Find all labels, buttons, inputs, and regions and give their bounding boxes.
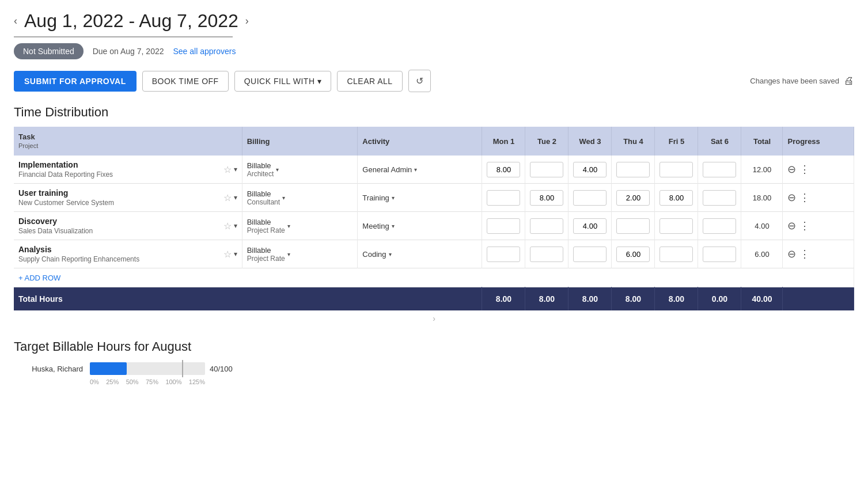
- row-more-button[interactable]: ⋮: [799, 191, 810, 204]
- task-name: User training: [18, 188, 114, 198]
- total-thu: 8.00: [612, 287, 655, 311]
- row-chevron-icon[interactable]: ▾: [234, 222, 237, 230]
- scroll-right-indicator[interactable]: ›: [14, 310, 854, 327]
- row-total: 6.00: [741, 240, 783, 268]
- refresh-button[interactable]: ↺: [408, 70, 431, 92]
- hour-input-fri[interactable]: [659, 247, 693, 262]
- col-fri: Fri 5: [655, 127, 698, 156]
- col-wed: Wed 3: [568, 127, 612, 156]
- remove-row-button[interactable]: ⊖: [787, 191, 796, 204]
- hour-input-wed[interactable]: [573, 247, 607, 262]
- chart-100-divider: [182, 360, 183, 377]
- hour-input-thu[interactable]: [616, 218, 650, 234]
- row-more-button[interactable]: ⋮: [799, 219, 810, 232]
- hour-input-mon[interactable]: [487, 247, 520, 262]
- billing-dropdown-arrow[interactable]: ▾: [282, 195, 285, 201]
- hour-input-thu[interactable]: [616, 162, 650, 177]
- col-progress: Progress: [783, 127, 854, 156]
- chart-axis: 0% 25% 50% 75% 100% 125%: [90, 378, 205, 385]
- saved-status-text: Changes have been saved: [750, 77, 839, 85]
- target-billable-title: Target Billable Hours for August: [14, 339, 854, 354]
- billing-dropdown-arrow[interactable]: ▾: [287, 251, 290, 257]
- submit-for-approval-button[interactable]: SUBMIT FOR APPROVAL: [14, 71, 137, 92]
- book-time-off-button[interactable]: BOOK TIME OFF: [142, 71, 229, 92]
- clear-all-button[interactable]: CLEAR ALL: [337, 71, 402, 92]
- target-billable-section: Target Billable Hours for August Huska, …: [14, 339, 854, 385]
- total-hours-row: Total Hours 8.00 8.00 8.00 8.00 8.00 0.0…: [14, 287, 854, 311]
- date-range-title: Aug 1, 2022 - Aug 7, 2022: [24, 10, 238, 32]
- hour-input-wed[interactable]: [573, 190, 607, 206]
- table-row: Implementation Financial Data Reporting …: [14, 156, 854, 184]
- star-icon[interactable]: ☆: [223, 221, 232, 232]
- total-all: 40.00: [741, 287, 783, 311]
- task-name: Implementation: [18, 160, 113, 169]
- chart-value-label: 40/100: [210, 365, 233, 373]
- billing-sub: Project Rate: [247, 226, 285, 234]
- hour-input-fri[interactable]: [659, 190, 693, 206]
- chart-bar-background: [90, 362, 205, 375]
- col-task: Task Project: [14, 127, 242, 156]
- star-icon[interactable]: ☆: [223, 249, 232, 260]
- quick-fill-with-button[interactable]: QUICK FILL WITH ▾: [234, 71, 332, 92]
- hour-input-tue[interactable]: [530, 218, 563, 234]
- prev-date-arrow[interactable]: ‹: [14, 15, 17, 27]
- activity-dropdown-arrow[interactable]: ▾: [389, 251, 392, 257]
- total-sat: 0.00: [698, 287, 741, 311]
- add-row-button[interactable]: + ADD ROW: [18, 274, 60, 282]
- row-chevron-icon[interactable]: ▾: [234, 194, 237, 202]
- activity-label: Training: [362, 194, 389, 202]
- hour-input-tue[interactable]: [530, 190, 563, 206]
- hour-input-mon[interactable]: [487, 162, 520, 177]
- row-more-button[interactable]: ⋮: [799, 248, 810, 260]
- remove-row-button[interactable]: ⊖: [787, 248, 796, 260]
- row-total: 4.00: [741, 212, 783, 240]
- status-badge: Not Submitted: [14, 43, 84, 59]
- print-icon[interactable]: 🖨: [844, 75, 854, 87]
- toolbar: SUBMIT FOR APPROVAL BOOK TIME OFF QUICK …: [14, 70, 854, 92]
- hour-input-wed[interactable]: [573, 218, 607, 234]
- see-all-approvers-link[interactable]: See all approvers: [173, 47, 236, 56]
- row-more-button[interactable]: ⋮: [799, 163, 810, 176]
- hour-input-wed[interactable]: [573, 162, 607, 177]
- row-chevron-icon[interactable]: ▾: [234, 165, 237, 173]
- hour-input-sat[interactable]: [703, 162, 736, 177]
- billing-dropdown-arrow[interactable]: ▾: [276, 166, 279, 173]
- hour-input-fri[interactable]: [659, 218, 693, 234]
- activity-label: Coding: [362, 250, 386, 259]
- hour-input-mon[interactable]: [487, 190, 520, 206]
- hour-input-sat[interactable]: [703, 190, 736, 206]
- hour-input-sat[interactable]: [703, 247, 736, 262]
- hour-input-sat[interactable]: [703, 218, 736, 234]
- billing-sub: Consultant: [247, 198, 280, 206]
- activity-label: General Admin: [362, 165, 412, 174]
- billing-sub: Architect: [247, 170, 274, 178]
- billing-type: Billable: [247, 161, 274, 170]
- time-distribution-table: Task Project Billing Activity Mon 1 Tue …: [14, 127, 854, 310]
- billing-type: Billable: [247, 189, 280, 198]
- next-date-arrow[interactable]: ›: [245, 15, 249, 27]
- col-thu: Thu 4: [612, 127, 655, 156]
- activity-dropdown-arrow[interactable]: ▾: [414, 166, 417, 173]
- row-total: 18.00: [741, 184, 783, 212]
- activity-dropdown-arrow[interactable]: ▾: [392, 223, 395, 229]
- hour-input-mon[interactable]: [487, 218, 520, 234]
- remove-row-button[interactable]: ⊖: [787, 219, 796, 232]
- col-mon: Mon 1: [482, 127, 525, 156]
- billing-dropdown-arrow[interactable]: ▾: [287, 223, 290, 229]
- activity-dropdown-arrow[interactable]: ▾: [392, 195, 395, 201]
- task-project: New Customer Service System: [18, 199, 114, 207]
- hour-input-tue[interactable]: [530, 247, 563, 262]
- star-icon[interactable]: ☆: [223, 192, 232, 203]
- remove-row-button[interactable]: ⊖: [787, 163, 796, 176]
- task-name: Analysis: [18, 245, 139, 254]
- task-project: Sales Data Visualization: [18, 227, 93, 235]
- due-date-text: Due on Aug 7, 2022: [93, 47, 164, 56]
- row-chevron-icon[interactable]: ▾: [234, 250, 237, 258]
- hour-input-thu[interactable]: [616, 190, 650, 206]
- hour-input-tue[interactable]: [530, 162, 563, 177]
- star-icon[interactable]: ☆: [223, 164, 232, 175]
- hour-input-thu[interactable]: [616, 247, 650, 262]
- row-total: 12.00: [741, 156, 783, 184]
- activity-label: Meeting: [362, 222, 389, 230]
- hour-input-fri[interactable]: [659, 162, 693, 177]
